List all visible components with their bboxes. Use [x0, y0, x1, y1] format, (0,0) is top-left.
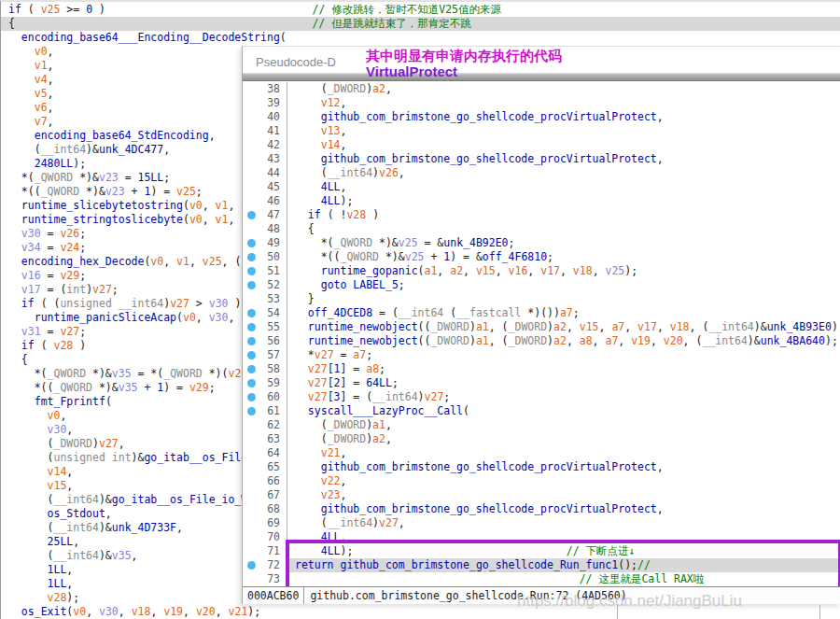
- line-number-gutter[interactable]: 42: [243, 138, 287, 152]
- line-number-gutter[interactable]: 57: [243, 348, 287, 362]
- code-content[interactable]: 4LL);: [287, 194, 840, 208]
- line-number-gutter[interactable]: 73: [243, 572, 287, 586]
- code-content[interactable]: runtime_gopanic(a1, a2, v15, v16, v17, v…: [287, 264, 840, 278]
- code-line[interactable]: if ( v25 >= 0 ) // 修改跳转，暂时不知道V25值的来源: [1, 3, 840, 17]
- line-number-gutter[interactable]: 49: [243, 236, 287, 250]
- line-number-gutter[interactable]: 64: [243, 446, 287, 460]
- pseudocode-line-39[interactable]: 39 v12,: [243, 96, 840, 110]
- breakpoint-icon[interactable]: [247, 253, 256, 261]
- breakpoint-icon[interactable]: [247, 211, 256, 219]
- code-content[interactable]: (__int64)v26,: [287, 166, 840, 180]
- code-content[interactable]: }: [287, 292, 840, 306]
- pseudocode-line-72[interactable]: 72return github_com_brimstone_go_shellco…: [243, 558, 840, 572]
- line-number-gutter[interactable]: 56: [243, 334, 287, 348]
- breakpoint-icon[interactable]: [247, 323, 256, 331]
- line-number-gutter[interactable]: 59: [243, 376, 287, 390]
- pseudocode-line-52[interactable]: 52 goto LABEL_5;: [243, 278, 840, 292]
- code-line[interactable]: os_Exit(v0, v30, v18, v19, v20, v21);: [1, 605, 840, 619]
- pseudocode-line-73[interactable]: 73 // 这里就是Call RAX啦: [243, 572, 840, 586]
- code-content[interactable]: // 这里就是Call RAX啦: [287, 572, 840, 586]
- code-content[interactable]: goto LABEL_5;: [287, 278, 840, 292]
- code-content[interactable]: v23,: [287, 488, 840, 502]
- line-number-gutter[interactable]: 41: [243, 124, 287, 138]
- pseudocode-line-69[interactable]: 69 (__int64)v27,: [243, 516, 840, 530]
- breakpoint-icon[interactable]: [247, 365, 256, 373]
- line-number-gutter[interactable]: 52: [243, 278, 287, 292]
- breakpoint-icon[interactable]: [247, 309, 256, 317]
- line-number-gutter[interactable]: 60: [243, 390, 287, 404]
- code-content[interactable]: 4LL,: [287, 180, 840, 194]
- pseudocode-line-42[interactable]: 42 v14,: [243, 138, 840, 152]
- code-content[interactable]: v14,: [287, 138, 840, 152]
- code-content[interactable]: (_DWORD)a2,: [287, 82, 840, 96]
- code-content[interactable]: {: [287, 222, 840, 236]
- pseudocode-line-57[interactable]: 57 *v27 = a7;: [243, 348, 840, 362]
- breakpoint-icon[interactable]: [247, 407, 256, 415]
- line-number-gutter[interactable]: 53: [243, 292, 287, 306]
- pseudocode-line-40[interactable]: 40 github_com_brimstone_go_shellcode_pro…: [243, 110, 840, 124]
- code-content[interactable]: 4LL,: [287, 530, 840, 544]
- code-content[interactable]: v27[3] = (__int64)v27;: [287, 390, 840, 404]
- line-number-gutter[interactable]: 68: [243, 502, 287, 516]
- breakpoint-icon[interactable]: [247, 337, 256, 345]
- line-number-gutter[interactable]: 39: [243, 96, 287, 110]
- line-number-gutter[interactable]: 62: [243, 418, 287, 432]
- code-content[interactable]: v22,: [287, 474, 840, 488]
- pseudocode-line-65[interactable]: 65 github_com_brimstone_go_shellcode_pro…: [243, 460, 840, 474]
- line-number-gutter[interactable]: 48: [243, 222, 287, 236]
- pseudocode-line-48[interactable]: 48 {: [243, 222, 840, 236]
- pseudocode-line-53[interactable]: 53 }: [243, 292, 840, 306]
- pseudocode-line-41[interactable]: 41 v13,: [243, 124, 840, 138]
- line-number-gutter[interactable]: 67: [243, 488, 287, 502]
- line-number-gutter[interactable]: 65: [243, 460, 287, 474]
- breakpoint-icon[interactable]: [247, 393, 256, 401]
- line-number-gutter[interactable]: 50: [243, 250, 287, 264]
- code-content[interactable]: *((_QWORD *)&v25 + 1) = &off_4F6810;: [287, 250, 840, 264]
- pseudocode-line-54[interactable]: 54 off_4DCED8 = (__int64 (__fastcall *)(…: [243, 306, 840, 320]
- pseudocode-line-61[interactable]: 61 syscall___LazyProc__Call(: [243, 404, 840, 418]
- pseudocode-line-43[interactable]: 43 github_com_brimstone_go_shellcode_pro…: [243, 152, 840, 166]
- code-content[interactable]: return github_com_brimstone_go_shellcode…: [287, 558, 840, 572]
- pseudocode-line-46[interactable]: 46 4LL);: [243, 194, 840, 208]
- pseudocode-line-64[interactable]: 64 v21,: [243, 446, 840, 460]
- pseudocode-line-59[interactable]: 59 v27[2] = 64LL;: [243, 376, 840, 390]
- code-content[interactable]: github_com_brimstone_go_shellcode_procVi…: [287, 460, 840, 474]
- pseudocode-line-50[interactable]: 50 *((_QWORD *)&v25 + 1) = &off_4F6810;: [243, 250, 840, 264]
- line-number-gutter[interactable]: 58: [243, 362, 287, 376]
- pseudocode-line-49[interactable]: 49 *(_QWORD *)&v25 = &unk_4B92E0;: [243, 236, 840, 250]
- pseudocode-line-58[interactable]: 58 v27[1] = a8;: [243, 362, 840, 376]
- pseudocode-line-63[interactable]: 63 (_DWORD)a2,: [243, 432, 840, 446]
- breakpoint-icon[interactable]: [247, 351, 256, 359]
- line-number-gutter[interactable]: 43: [243, 152, 287, 166]
- line-number-gutter[interactable]: 44: [243, 166, 287, 180]
- code-content[interactable]: github_com_brimstone_go_shellcode_procVi…: [287, 152, 840, 166]
- breakpoint-icon[interactable]: [247, 267, 256, 275]
- code-content[interactable]: github_com_brimstone_go_shellcode_procVi…: [287, 502, 840, 516]
- pseudocode-line-45[interactable]: 45 4LL,: [243, 180, 840, 194]
- line-number-gutter[interactable]: 69: [243, 516, 287, 530]
- code-content[interactable]: v12,: [287, 96, 840, 110]
- line-number-gutter[interactable]: 63: [243, 432, 287, 446]
- pseudocode-line-68[interactable]: 68 github_com_brimstone_go_shellcode_pro…: [243, 502, 840, 516]
- code-content[interactable]: runtime_newobject((_DWORD)a1, (_DWORD)a2…: [287, 334, 840, 348]
- line-number-gutter[interactable]: 71: [243, 544, 287, 558]
- pseudocode-line-67[interactable]: 67 v23,: [243, 488, 840, 502]
- breakpoint-icon[interactable]: [247, 239, 256, 247]
- pseudocode-line-51[interactable]: 51 runtime_gopanic(a1, a2, v15, v16, v17…: [243, 264, 840, 278]
- line-number-gutter[interactable]: 51: [243, 264, 287, 278]
- code-line[interactable]: encoding_base64___Encoding__DecodeString…: [1, 31, 840, 45]
- code-content[interactable]: syscall___LazyProc__Call(: [287, 404, 840, 418]
- code-content[interactable]: v21,: [287, 446, 840, 460]
- breakpoint-icon[interactable]: [247, 379, 256, 387]
- code-content[interactable]: if ( !v28 ): [287, 208, 840, 222]
- line-number-gutter[interactable]: 70: [243, 530, 287, 544]
- breakpoint-icon[interactable]: [247, 561, 256, 570]
- pseudocode-line-62[interactable]: 62 (_DWORD)a1,: [243, 418, 840, 432]
- code-content[interactable]: (__int64)v27,: [287, 516, 840, 530]
- breakpoint-icon[interactable]: [247, 281, 256, 289]
- code-content[interactable]: *v27 = a7;: [287, 348, 840, 362]
- line-number-gutter[interactable]: 47: [243, 208, 287, 222]
- line-number-gutter[interactable]: 72: [243, 558, 287, 572]
- pseudocode-line-60[interactable]: 60 v27[3] = (__int64)v27;: [243, 390, 840, 404]
- code-content[interactable]: v27[2] = 64LL;: [287, 376, 840, 390]
